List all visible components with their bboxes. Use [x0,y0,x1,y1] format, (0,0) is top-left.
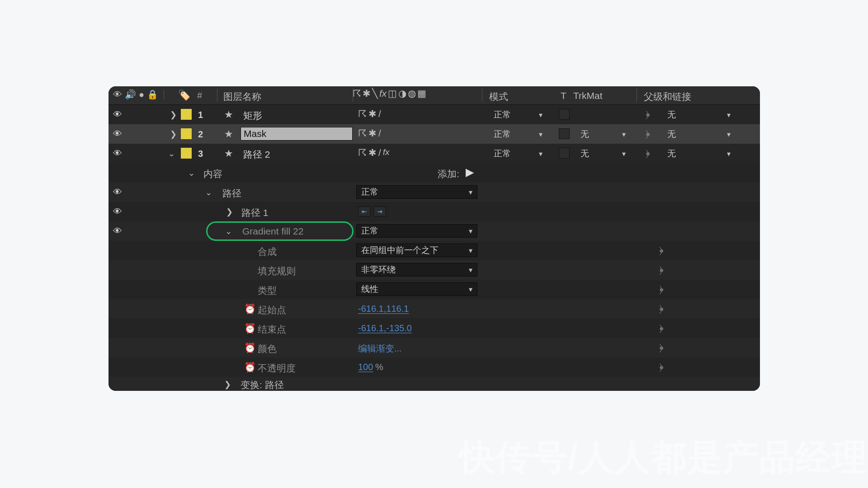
stopwatch-icon[interactable]: ⏰ [244,323,256,334]
contents-label: 内容 [203,168,222,180]
color-row: ⏰ 颜色 编辑渐变... ﴿ [108,338,760,357]
opacity-label: 不透明度 [258,362,296,375]
layer-index: 3 [198,149,203,159]
layer-name-header: 图层名称 [223,90,261,103]
stopwatch-icon[interactable]: ⏰ [244,362,256,373]
path-group-row[interactable]: 👁 ⌄ 路径 正常▾ [108,183,760,202]
trkmat-chip[interactable] [559,128,570,139]
pickwhip-icon[interactable]: ﴿ [646,108,650,120]
layer-switches[interactable]: ☈✱/ [358,128,381,139]
gradient-mode-dropdown[interactable]: 正常▾ [356,224,477,238]
path-in-icon[interactable]: ⇤ [358,206,371,216]
expand-toggle[interactable]: ❯ [224,380,231,389]
layer-switches[interactable]: ☈✱/fx [358,147,390,158]
trkmat-chip[interactable] [559,109,570,120]
visibility-toggle[interactable]: 👁 [113,129,122,139]
layer-index: 1 [198,110,203,120]
expand-toggle[interactable]: ❯ [226,207,233,217]
pickwhip-icon[interactable]: ﴿ [659,342,664,353]
parent-dropdown[interactable]: 无▾ [663,108,735,122]
shape-layer-icon: ★ [224,128,233,140]
visibility-toggle[interactable]: 👁 [113,187,122,197]
shy-icon: ☈ [353,88,361,99]
expand-toggle[interactable]: ❯ [170,129,177,139]
pickwhip-icon[interactable]: ﴿ [659,322,664,334]
pickwhip-icon[interactable]: ﴿ [646,147,650,159]
type-row: 类型 线性▾ ﴿ [108,280,760,299]
opacity-unit: % [375,362,383,372]
pickwhip-icon[interactable]: ﴿ [659,244,664,256]
visibility-toggle[interactable]: 👁 [113,206,122,217]
layer-switches[interactable]: ☈✱/ [358,108,381,119]
shape-layer-icon: ★ [224,109,233,121]
transform-row[interactable]: ❯ 变换: 路径 [108,377,760,391]
3d-icon: ▦ [417,88,426,99]
add-label: 添加: [438,168,459,180]
stopwatch-icon[interactable]: ⏰ [244,343,256,353]
stopwatch-icon[interactable]: ⏰ [244,304,256,314]
edit-gradient-link[interactable]: 编辑渐变... [358,343,402,355]
trkmat-dropdown[interactable]: 无▾ [576,127,630,141]
layer-name[interactable]: Mask [241,127,353,141]
label-color[interactable] [181,148,192,159]
path-out-icon[interactable]: ⇥ [373,206,386,216]
layer-index: 2 [198,129,203,140]
collapse-icon: ✱ [363,88,371,99]
index-header: # [197,90,202,101]
trkmat-chip[interactable] [559,148,570,159]
expand-toggle[interactable]: ⌄ [188,168,195,178]
blend-mode-dropdown[interactable]: 正常▾ [489,108,547,122]
separator [164,89,164,99]
pickwhip-icon[interactable]: ﴿ [659,303,664,314]
end-point-value[interactable]: -616.1,-135.0 [358,323,412,333]
pickwhip-icon[interactable]: ﴿ [659,283,664,295]
contents-row[interactable]: ⌄ 内容 添加: ▶ [108,163,760,183]
separator [482,89,482,102]
blend-mode-dropdown[interactable]: 正常▾ [489,147,547,160]
timeline-panel: 👁 🔊 ● 🔒 🏷️ # 图层名称 ☈ ✱ ╲ fx ◫ ◑ ◍ ▦ 模式 T … [108,86,760,391]
add-menu-button[interactable]: ▶ [466,166,474,178]
eye-header-icon: 👁 [113,89,122,100]
path-group-label: 路径 [222,187,241,200]
layer-row-2[interactable]: 👁 ❯ 2 ★ Mask ☈✱/ 正常▾ 无▾ ﴿ 无▾ [108,124,760,144]
pickwhip-icon[interactable]: ﴿ [646,128,650,140]
highlight-annotation [206,221,354,241]
fill-rule-row: 填充规则 非零环绕▾ ﴿ [108,260,760,280]
trkmat-dropdown[interactable]: 无▾ [576,147,630,160]
fill-rule-dropdown[interactable]: 非零环绕▾ [356,263,477,277]
label-color[interactable] [181,128,192,139]
gradient-fill-row[interactable]: 👁 ⌄ Gradient fill 22 正常▾ [108,221,760,241]
separator [217,89,217,102]
path-handle-icons[interactable]: ⇤ ⇥ [358,206,386,216]
blend-mode-dropdown[interactable]: 正常▾ [489,127,547,141]
parent-header: 父级和链接 [644,90,691,103]
end-point-label: 结束点 [258,323,286,336]
visibility-toggle[interactable]: 👁 [113,109,122,120]
visibility-toggle[interactable]: 👁 [113,148,122,159]
layer-row-3[interactable]: 👁 ⌄ 3 ★ 路径 2 ☈✱/fx 正常▾ 无▾ ﴿ 无▾ [108,144,760,163]
layer-name[interactable]: 矩形 [243,109,262,122]
adjustment-icon: ◍ [408,88,416,99]
opacity-value[interactable]: 100 [358,362,373,372]
pickwhip-icon[interactable]: ﴿ [659,264,664,276]
parent-dropdown[interactable]: 无▾ [663,147,735,160]
layer-name[interactable]: 路径 2 [243,148,270,161]
visibility-toggle[interactable]: 👁 [113,226,122,236]
parent-dropdown[interactable]: 无▾ [663,127,735,141]
trkmat-header: TrkMat [573,90,603,101]
start-point-value[interactable]: -616.1,116.1 [358,304,409,314]
pickwhip-icon[interactable]: ﴿ [659,361,664,373]
composite-dropdown[interactable]: 在同组中前一个之下▾ [356,244,477,257]
layer-row-1[interactable]: 👁 ❯ 1 ★ 矩形 ☈✱/ 正常▾ ﴿ 无▾ [108,105,760,124]
label-color[interactable] [181,109,192,120]
type-dropdown[interactable]: 线性▾ [356,282,477,296]
fx-icon: fx [379,88,387,99]
expand-toggle[interactable]: ⌄ [205,188,212,197]
composite-label: 合成 [258,245,277,258]
start-point-label: 起始点 [258,304,286,316]
path-1-row[interactable]: 👁 ❯ 路径 1 ⇤ ⇥ [108,202,760,221]
expand-toggle[interactable]: ⌄ [168,149,175,159]
path-mode-dropdown[interactable]: 正常▾ [356,185,477,199]
solo-header-icon: ● [139,89,144,100]
expand-toggle[interactable]: ❯ [170,110,177,120]
